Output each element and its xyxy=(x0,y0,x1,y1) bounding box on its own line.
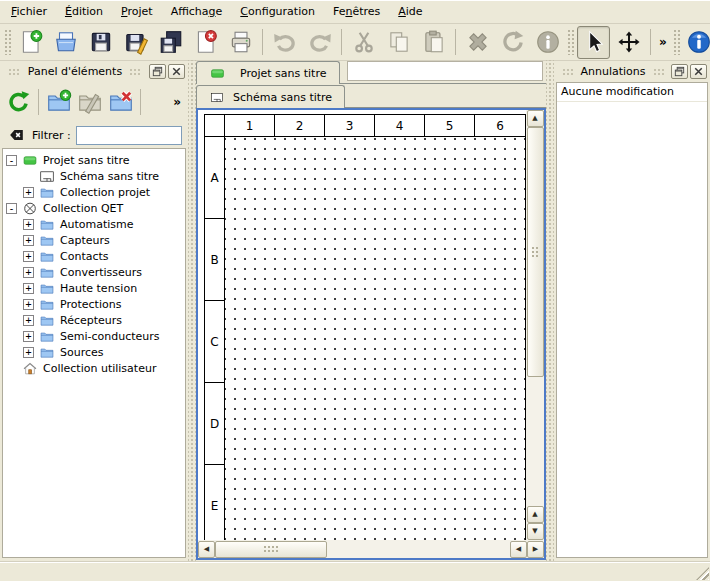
menu-fichier[interactable]: Fichier xyxy=(2,1,56,22)
toolbar-grip[interactable] xyxy=(4,29,11,55)
about-icon xyxy=(686,29,710,55)
tree-item-haute-tension[interactable]: +Haute tension xyxy=(3,280,185,296)
edit-category-button[interactable] xyxy=(74,87,105,118)
rotate-button[interactable] xyxy=(496,26,529,59)
element-tree[interactable]: -Projet sans titreSchéma sans titre+Coll… xyxy=(2,148,186,558)
expand-icon[interactable]: + xyxy=(23,315,34,326)
tree-item-label: Protections xyxy=(60,298,121,311)
tab-schema[interactable]: Schéma sans titre xyxy=(196,85,345,108)
folder-icon xyxy=(39,345,55,360)
reload-collections-button[interactable] xyxy=(3,87,34,118)
tree-item-collection-qet[interactable]: -Collection QET xyxy=(3,200,185,216)
left-splitter[interactable] xyxy=(188,60,196,562)
menu-projet[interactable]: Projet xyxy=(112,1,162,22)
expand-icon[interactable]: + xyxy=(23,251,34,262)
close-dock-button[interactable] xyxy=(690,64,707,79)
delete-category-button[interactable] xyxy=(105,87,136,118)
float-dock-button[interactable] xyxy=(149,64,166,79)
tree-item-schema-sans-titre[interactable]: Schéma sans titre xyxy=(3,168,185,184)
undo-dock-titlebar[interactable]: Annulations xyxy=(554,60,710,82)
right-splitter[interactable] xyxy=(546,60,554,562)
float-icon xyxy=(151,65,164,78)
expand-icon[interactable]: + xyxy=(23,283,34,294)
clear-filter-icon[interactable] xyxy=(6,127,27,143)
filter-input[interactable] xyxy=(76,126,182,145)
diagram-dotted-area[interactable] xyxy=(225,137,525,540)
expand-icon[interactable]: + xyxy=(23,331,34,342)
tab-project[interactable]: Projet sans titre xyxy=(196,61,340,84)
new-button[interactable] xyxy=(14,26,47,59)
new-category-button[interactable] xyxy=(43,87,74,118)
tree-item-label: Collection QET xyxy=(43,202,123,215)
tree-item-contacts[interactable]: +Contacts xyxy=(3,248,185,264)
close-file-button[interactable] xyxy=(189,26,222,59)
new-category-icon xyxy=(46,89,72,115)
select-mode-button[interactable] xyxy=(577,26,610,59)
about-button[interactable] xyxy=(683,26,710,59)
horizontal-scroll-thumb[interactable] xyxy=(215,541,327,558)
menu-configuration[interactable]: Configuration xyxy=(231,1,324,22)
undo-button[interactable] xyxy=(268,26,301,59)
scroll-left-button[interactable]: ◀ xyxy=(198,541,215,558)
scroll-up-button-2[interactable]: ▲ xyxy=(527,506,544,523)
panel-overflow-button[interactable]: » xyxy=(169,95,185,109)
close-icon xyxy=(170,65,183,78)
save-all-button[interactable] xyxy=(154,26,187,59)
float-dock-button[interactable] xyxy=(671,64,688,79)
tree-item-collection-projet[interactable]: +Collection projet xyxy=(3,184,185,200)
expand-icon[interactable]: + xyxy=(23,187,34,198)
tree-item-capteurs[interactable]: +Capteurs xyxy=(3,232,185,248)
copy-button[interactable] xyxy=(382,26,415,59)
expand-icon[interactable]: + xyxy=(23,347,34,358)
scroll-up-button[interactable]: ▲ xyxy=(527,110,544,127)
toolbar-grip[interactable] xyxy=(673,29,680,55)
tree-item-label: Récepteurs xyxy=(60,314,122,327)
tree-item-collection-utilisateur[interactable]: Collection utilisateur xyxy=(3,360,185,376)
scroll-left-button-2[interactable]: ◀ xyxy=(510,541,527,558)
expand-icon[interactable]: + xyxy=(23,219,34,230)
save-as-button[interactable] xyxy=(119,26,152,59)
vertical-scroll-thumb[interactable] xyxy=(527,127,544,377)
resize-grip[interactable] xyxy=(696,567,709,580)
close-dock-button[interactable] xyxy=(168,64,185,79)
tree-item-recepteurs[interactable]: +Récepteurs xyxy=(3,312,185,328)
horizontal-scrollbar[interactable]: ◀ ◀ ▶ xyxy=(198,540,544,558)
toolbar-grip[interactable] xyxy=(567,29,574,55)
diagram-row-header: A xyxy=(205,137,225,219)
tree-item-semi-conducteurs[interactable]: +Semi-conducteurs xyxy=(3,328,185,344)
print-button[interactable] xyxy=(224,26,257,59)
toolbar-overflow-button[interactable]: » xyxy=(655,35,671,49)
scroll-right-button[interactable]: ▶ xyxy=(527,541,544,558)
save-button[interactable] xyxy=(84,26,117,59)
folder-icon xyxy=(39,233,55,248)
delete-button[interactable] xyxy=(461,26,494,59)
menu-fenetres[interactable]: Fenêtres xyxy=(324,1,389,22)
expand-icon[interactable]: + xyxy=(23,235,34,246)
scroll-down-button[interactable]: ▼ xyxy=(527,523,544,540)
tree-item-projet-sans-titre[interactable]: -Projet sans titre xyxy=(3,152,185,168)
redo-button[interactable] xyxy=(303,26,336,59)
cut-button[interactable] xyxy=(347,26,380,59)
project-icon xyxy=(22,153,38,168)
menu-aide[interactable]: Aide xyxy=(389,1,431,22)
pan-mode-button[interactable] xyxy=(612,26,645,59)
properties-button[interactable] xyxy=(531,26,564,59)
collapse-icon[interactable]: - xyxy=(6,203,17,214)
paste-button[interactable] xyxy=(417,26,450,59)
vertical-scrollbar[interactable]: ▲ ▲ ▼ xyxy=(526,110,544,540)
collapse-icon[interactable]: - xyxy=(6,155,17,166)
toolbar-separator xyxy=(38,89,39,115)
tree-item-protections[interactable]: +Protections xyxy=(3,296,185,312)
expand-icon[interactable]: + xyxy=(23,267,34,278)
open-button[interactable] xyxy=(49,26,82,59)
schema-canvas[interactable]: 123456ABCDE xyxy=(198,110,526,540)
expand-icon[interactable]: + xyxy=(23,299,34,310)
menu-edition[interactable]: Édition xyxy=(56,1,112,22)
undo-list[interactable]: Aucune modification xyxy=(556,82,708,558)
tree-item-convertisseurs[interactable]: +Convertisseurs xyxy=(3,264,185,280)
elements-panel-titlebar[interactable]: Panel d'éléments xyxy=(0,60,188,82)
undo-list-item[interactable]: Aucune modification xyxy=(557,83,707,102)
menu-affichage[interactable]: Affichage xyxy=(162,1,232,22)
tree-item-automatisme[interactable]: +Automatisme xyxy=(3,216,185,232)
tree-item-sources[interactable]: +Sources xyxy=(3,344,185,360)
